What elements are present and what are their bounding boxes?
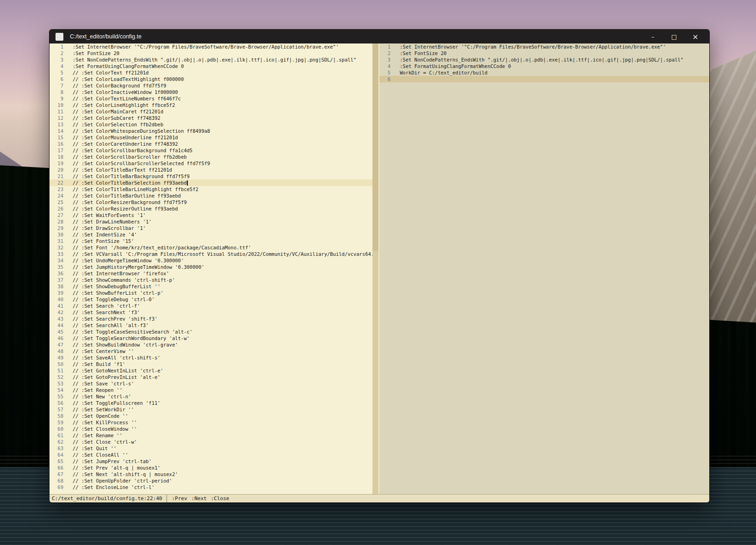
code-line[interactable]: 36// :Set InternetBrowser 'firefox': [50, 270, 372, 277]
code-line[interactable]: 5WorkDir = C:/text_editor/build: [379, 69, 709, 76]
code-line[interactable]: 1:Set InternetBrowser '"C:/Program Files…: [379, 43, 709, 50]
code-line[interactable]: 9// :Set ColorTextLineNumbers ff646f7c: [50, 95, 372, 102]
code-line[interactable]: 45// :Set ToggleCaseSensitiveSearch 'alt…: [50, 328, 372, 335]
code-line[interactable]: 19// :Set ColorScrollbarScrollerSelected…: [50, 160, 372, 167]
code-line[interactable]: 14// :Set ColorWhitespaceDuringSelection…: [50, 128, 372, 134]
editor-pane-left[interactable]: 1:Set InternetBrowser '"C:/Program Files…: [50, 43, 372, 494]
scrollbar-thumb[interactable]: [372, 43, 378, 251]
title-bar[interactable]: C:/text_editor/build/config.te – □ ×: [50, 30, 709, 43]
code-line[interactable]: 2:Set FontSize 20: [50, 50, 372, 56]
code-line[interactable]: 22// :Set ColorTitleBarSelection ff93aeb…: [50, 180, 372, 186]
code-line[interactable]: 35// :Set JumpHistoryMergeTimeWindow '0.…: [50, 264, 372, 270]
code-line[interactable]: 43// :Set SearchPrev 'shift-f3': [50, 316, 372, 322]
line-text: // :Set ToggleDebug 'ctrl-0': [63, 296, 155, 303]
code-line[interactable]: 17// :Set ColorScrollbarBackground ffa1c…: [50, 147, 372, 154]
line-number: 24: [50, 192, 63, 199]
code-line[interactable]: 61// :Set Rename '': [50, 432, 372, 439]
code-line[interactable]: 4:Set FormatUsingClangFormatWhenCCode 0: [50, 63, 372, 69]
code-line[interactable]: 2:Set FontSize 20: [379, 50, 709, 56]
line-text: // :Set ColorText ff21201d: [63, 69, 149, 76]
code-line[interactable]: 38// :Set ShowDebugBufferList '': [50, 283, 372, 290]
code-line[interactable]: 51// :Set GotoNextInList 'ctrl-e': [50, 367, 372, 374]
code-line[interactable]: 59// :Set KillProcess '': [50, 419, 372, 426]
code-line[interactable]: 37// :Set ShowCommands 'ctrl-shift-p': [50, 277, 372, 283]
code-line[interactable]: 60// :Set CloseWindow '': [50, 426, 372, 432]
code-line[interactable]: 67// :Set Next 'alt-shift-q | mousex2': [50, 471, 372, 477]
code-line[interactable]: 54// :Set Reopen '': [50, 387, 372, 393]
code-line[interactable]: 50// :Set Build 'f1': [50, 361, 372, 367]
code-line[interactable]: 28// :Set DrawLineNumbers '1': [50, 218, 372, 225]
line-text: // :Set ToggleSearchWordBoundary 'alt-w': [63, 335, 190, 341]
line-number: 69: [50, 484, 63, 490]
code-line[interactable]: 66// :Set Prev 'alt-q | mousex1': [50, 464, 372, 471]
code-line[interactable]: 65// :Set JumpPrev 'ctrl-tab': [50, 458, 372, 464]
code-line[interactable]: 47// :Set ShowBuildWindow 'ctrl-grave': [50, 341, 372, 348]
maximize-button[interactable]: □: [663, 30, 685, 43]
code-line[interactable]: 6: [379, 76, 709, 82]
code-line[interactable]: 57// :Set SetWorkDir '': [50, 406, 372, 413]
code-line[interactable]: 27// :Set WaitForEvents '1': [50, 212, 372, 218]
line-text: // :Set ColorScrollbarScroller ffb2dbeb: [63, 154, 187, 160]
line-text: // :Set ShowCommands 'ctrl-shift-p': [63, 277, 175, 283]
code-line[interactable]: 26// :Set ColorResizerOutline ff93aebd: [50, 205, 372, 212]
minimize-button[interactable]: –: [642, 30, 663, 43]
line-text: // :Set ShowBuildWindow 'ctrl-grave': [63, 341, 178, 348]
code-line[interactable]: 8// :Set ColorInactiveWindow 1f000000: [50, 89, 372, 95]
line-text: // :Set ColorScrollbarBackground ffa1c4d…: [63, 147, 192, 154]
line-text: // :Set InternetBrowser 'firefox': [63, 270, 169, 277]
code-line[interactable]: 1:Set InternetBrowser '"C:/Program Files…: [50, 43, 372, 50]
code-line[interactable]: 18// :Set ColorScrollbarScroller ffb2dbe…: [50, 154, 372, 160]
code-line[interactable]: 46// :Set ToggleSearchWordBoundary 'alt-…: [50, 335, 372, 341]
code-line[interactable]: 15// :Set ColorMouseUnderline ff21201d: [50, 134, 372, 141]
code-line[interactable]: 7// :Set ColorBackground ffd7f5f9: [50, 82, 372, 89]
code-line[interactable]: 55// :Set New 'ctrl-n': [50, 393, 372, 400]
editor-pane-right[interactable]: 1:Set InternetBrowser '"C:/Program Files…: [379, 43, 709, 494]
status-command-prev[interactable]: :Prev: [172, 495, 187, 502]
code-line[interactable]: 24// :Set ColorTitleBarOutline ff93aebd: [50, 192, 372, 199]
code-line[interactable]: 3:Set NonCodePatterns_EndsWith ".git/|.o…: [50, 56, 372, 63]
code-line[interactable]: 12// :Set ColorSubCaret ff748392: [50, 115, 372, 121]
code-line[interactable]: 21// :Set ColorTitleBarBackground ffd7f5…: [50, 173, 372, 180]
code-line[interactable]: 25// :Set ColorResizerBackground ffd7f5f…: [50, 199, 372, 205]
code-line[interactable]: 30// :Set IndentSize '4': [50, 231, 372, 238]
code-line[interactable]: 39// :Set ShowBufferList 'ctrl-p': [50, 290, 372, 296]
code-line[interactable]: 23// :Set ColorTitleBarLineHighlight ffb…: [50, 186, 372, 192]
code-line[interactable]: 31// :Set FontSize '15': [50, 238, 372, 244]
code-line[interactable]: 20// :Set ColorTitleBarText ff21201d: [50, 167, 372, 173]
code-line[interactable]: 6// :Set ColorLoadTextHighlight f000000: [50, 76, 372, 82]
left-pane-scrollbar[interactable]: [372, 43, 378, 494]
code-line[interactable]: 13// :Set ColorSelection ffb2dbeb: [50, 121, 372, 128]
code-line[interactable]: 44// :Set SearchAll 'alt-f3': [50, 322, 372, 328]
line-text: :Set NonCodePatterns_EndsWith ".git/|.ob…: [390, 56, 683, 63]
line-text: // :Set ColorBackground ffd7f5f9: [63, 82, 166, 89]
code-line[interactable]: 33// :Set VCVarsall 'C:/Program Files/Mi…: [50, 251, 372, 257]
code-line[interactable]: 69// :Set EncloseLine 'ctrl-l': [50, 484, 372, 490]
status-command-close[interactable]: :Close: [211, 495, 229, 502]
code-line[interactable]: 52// :Set GotoPrevInList 'alt-e': [50, 374, 372, 380]
code-line[interactable]: 58// :Set OpenCode '': [50, 413, 372, 419]
code-line[interactable]: 62// :Set Close 'ctrl-w': [50, 439, 372, 445]
code-line[interactable]: 10// :Set ColorLineHighlight ffbce5f2: [50, 102, 372, 108]
code-line[interactable]: 64// :Set CloseAll '': [50, 452, 372, 458]
code-line[interactable]: 63// :Set Quit '': [50, 445, 372, 452]
code-line[interactable]: 5// :Set ColorText ff21201d: [50, 69, 372, 76]
code-line[interactable]: 16// :Set ColorCaretUnderline ff748392: [50, 141, 372, 147]
code-line[interactable]: 40// :Set ToggleDebug 'ctrl-0': [50, 296, 372, 303]
code-line[interactable]: 49// :Set SaveAll 'ctrl-shift-s': [50, 354, 372, 361]
code-line[interactable]: 53// :Set Save 'ctrl-s': [50, 380, 372, 387]
code-line[interactable]: 32// :Set Font '/home/krz/text_editor/pa…: [50, 244, 372, 251]
code-line[interactable]: 48// :Set CenterView '': [50, 348, 372, 354]
code-line[interactable]: 42// :Set SearchNext 'f3': [50, 309, 372, 316]
line-text: // :Set SearchAll 'alt-f3': [63, 322, 149, 328]
code-line[interactable]: 3:Set NonCodePatterns_EndsWith ".git/|.o…: [379, 56, 709, 63]
code-line[interactable]: 4:Set FormatUsingClangFormatWhenCCode 0: [379, 63, 709, 69]
code-line[interactable]: 34// :Set UndoMergeTimeWindow '0.300000': [50, 257, 372, 264]
code-line[interactable]: 56// :Set ToggleFullscreen 'f11': [50, 400, 372, 406]
code-line[interactable]: 29// :Set DrawScrollbar '1': [50, 225, 372, 231]
code-line[interactable]: 41// :Set Search 'ctrl-f': [50, 303, 372, 309]
close-button[interactable]: ×: [685, 30, 706, 43]
code-line[interactable]: 68// :Set OpenUpFolder 'ctrl-period': [50, 477, 372, 484]
line-text: // :Set OpenUpFolder 'ctrl-period': [63, 477, 172, 484]
code-line[interactable]: 11// :Set ColorMainCaret ff21201d: [50, 108, 372, 115]
status-command-next[interactable]: :Next: [192, 495, 207, 502]
